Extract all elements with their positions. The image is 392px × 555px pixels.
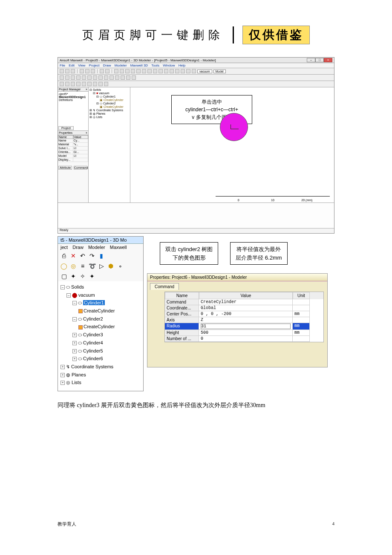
- tool-icon[interactable]: [192, 69, 196, 73]
- toolbar-row-2[interactable]: [58, 75, 334, 81]
- redo-icon[interactable]: ↷: [89, 252, 95, 259]
- prop-value[interactable]: Gl...: [73, 150, 89, 154]
- print-icon[interactable]: ⎙: [61, 252, 67, 259]
- tool-icon[interactable]: [104, 82, 108, 86]
- tool-icon[interactable]: ▢: [61, 273, 67, 280]
- tool-icon[interactable]: [120, 69, 124, 73]
- cylinder-geometry[interactable]: [220, 113, 248, 141]
- tool-icon[interactable]: [114, 69, 118, 73]
- tree-lists[interactable]: +◎ Lists: [61, 379, 141, 387]
- tree-coordinate-systems[interactable]: ⊞ ↯ Coordinate Systems: [89, 109, 129, 112]
- command-tab[interactable]: Command: [150, 283, 179, 290]
- tool-icon[interactable]: ▮: [98, 252, 105, 259]
- tool-icon[interactable]: [93, 82, 97, 86]
- tool-icon[interactable]: [65, 75, 69, 80]
- prop-value[interactable]: Global: [199, 305, 293, 311]
- circle-icon[interactable]: ◯: [61, 263, 67, 269]
- tree-cylinder5[interactable]: +⬭ Cylinder5: [61, 347, 141, 355]
- undo-icon[interactable]: [100, 69, 104, 73]
- tool-icon[interactable]: [125, 69, 130, 73]
- redo-icon[interactable]: [105, 69, 110, 73]
- menu-file[interactable]: File: [60, 64, 65, 67]
- model-tree[interactable]: ⊟ Solids ⊟ ■ vacuum ⊟ ⬭ Cylinder1 ▣ Crea…: [89, 87, 130, 202]
- tree-cylinder2[interactable]: –⬭ Cylinder2: [61, 315, 141, 323]
- undo-icon[interactable]: ↶: [79, 252, 86, 259]
- arrow-icon[interactable]: ▷: [98, 263, 105, 269]
- menu-project[interactable]: Project: [89, 64, 100, 67]
- tool-icon[interactable]: [164, 69, 168, 73]
- attribute-tab[interactable]: Attribute: [58, 166, 72, 170]
- tool-icon[interactable]: [131, 69, 135, 73]
- minimize-button[interactable]: –: [307, 58, 315, 62]
- menu-draw[interactable]: Draw: [72, 245, 84, 250]
- tree-createcylinder[interactable]: ▣ CreateCylinder: [89, 98, 129, 102]
- tool-icon[interactable]: [147, 69, 152, 73]
- menu-view[interactable]: View: [78, 64, 85, 67]
- maximize-button[interactable]: □: [315, 58, 324, 62]
- dock-close-icon[interactable]: ×: [86, 88, 87, 91]
- tool-icon[interactable]: [87, 75, 92, 80]
- tree-cylinder3[interactable]: +⬭ Cylinder3: [61, 331, 141, 339]
- definitions-node[interactable]: Definitions: [59, 98, 87, 101]
- tool-icon[interactable]: ✧: [79, 273, 86, 280]
- toolbar[interactable]: ▢ ✦ ✧ ✦: [58, 271, 143, 281]
- tool-icon[interactable]: [65, 82, 69, 86]
- tree-planes[interactable]: +◍ Planes: [61, 371, 141, 379]
- prop-value[interactable]: Cy...: [73, 139, 89, 143]
- tree-coordinate-systems[interactable]: +↯ Coordinate Systems: [61, 363, 141, 371]
- menu-help[interactable]: Help: [179, 64, 185, 67]
- box-icon[interactable]: ⬢: [107, 263, 114, 269]
- tool-icon[interactable]: [76, 82, 81, 86]
- tree-solids[interactable]: ⊟ Solids: [89, 88, 129, 92]
- tree-createcylinder[interactable]: ▣ CreateCylinder: [89, 105, 129, 109]
- toolbar-row-1[interactable]: vacuum Model: [58, 68, 334, 75]
- tool-icon[interactable]: [170, 69, 174, 73]
- prop-value[interactable]: 0 , 0 , -200: [199, 311, 293, 317]
- tool-icon[interactable]: [115, 75, 119, 80]
- prop-value[interactable]: 500: [199, 330, 293, 336]
- tool-icon[interactable]: [71, 82, 75, 86]
- dock-close-icon[interactable]: ×: [86, 131, 87, 134]
- tree-cylinder6[interactable]: +⬭ Cylinder6: [61, 355, 141, 363]
- tree-planes[interactable]: ⊞ ◍ Planes: [89, 112, 129, 116]
- close-button[interactable]: ×: [324, 58, 332, 62]
- tool-icon[interactable]: [142, 69, 146, 73]
- open-icon[interactable]: [65, 69, 69, 73]
- tree-solids[interactable]: –⬭ Solids: [61, 283, 141, 291]
- menu-tools[interactable]: Tools: [151, 64, 159, 67]
- 3d-viewport[interactable]: 单击选中 cylinder1—ctrl+c—ctrl+ v 多复制几个圆柱 0 …: [130, 87, 334, 202]
- radius-input[interactable]: [199, 323, 293, 330]
- prop-value[interactable]: ☑: [73, 154, 89, 158]
- tool-icon[interactable]: ✦: [70, 273, 77, 280]
- tree-vacuum[interactable]: ⊟ ■ vacuum: [89, 92, 129, 95]
- menu-project[interactable]: ject: [61, 245, 68, 250]
- prop-value[interactable]: Z: [199, 317, 293, 323]
- tool-icon[interactable]: [132, 75, 136, 80]
- tool-icon[interactable]: [87, 82, 92, 86]
- prop-value[interactable]: [73, 158, 89, 162]
- menu-maxwell3d[interactable]: Maxwell 3D: [130, 64, 148, 67]
- menu-modeler[interactable]: Modeler: [115, 64, 127, 67]
- tool-icon[interactable]: [159, 69, 163, 73]
- spiral-icon[interactable]: ➰: [89, 263, 95, 269]
- menubar[interactable]: File Edit View Project Draw Modeler Maxw…: [58, 63, 334, 68]
- command-tab[interactable]: Command: [74, 166, 87, 170]
- save-icon[interactable]: [71, 69, 75, 73]
- copy-icon[interactable]: [85, 69, 89, 73]
- model-select[interactable]: Model: [213, 69, 226, 73]
- new-icon[interactable]: [60, 69, 64, 73]
- tool-icon[interactable]: [126, 75, 130, 80]
- tree-vacuum[interactable]: –⬤ vacuum: [61, 291, 141, 299]
- tool-icon[interactable]: [98, 82, 103, 86]
- dot-icon[interactable]: ∘: [117, 263, 124, 269]
- tool-icon[interactable]: [153, 69, 157, 73]
- prop-value[interactable]: ☑: [73, 147, 89, 150]
- menu-window[interactable]: Window: [163, 64, 175, 67]
- menu-modeler[interactable]: Modeler: [88, 245, 105, 250]
- tree-cylinder1[interactable]: ⊟ ⬭ Cylinder1: [89, 95, 129, 98]
- tool-icon[interactable]: [71, 75, 75, 80]
- tree-createcylinder[interactable]: CreateCylinder: [61, 307, 141, 315]
- menu-maxwell[interactable]: Maxwell: [110, 245, 127, 250]
- tool-icon[interactable]: [60, 82, 64, 86]
- tree-cylinder2[interactable]: ⊟ ⬭ Cylinder2: [89, 102, 129, 105]
